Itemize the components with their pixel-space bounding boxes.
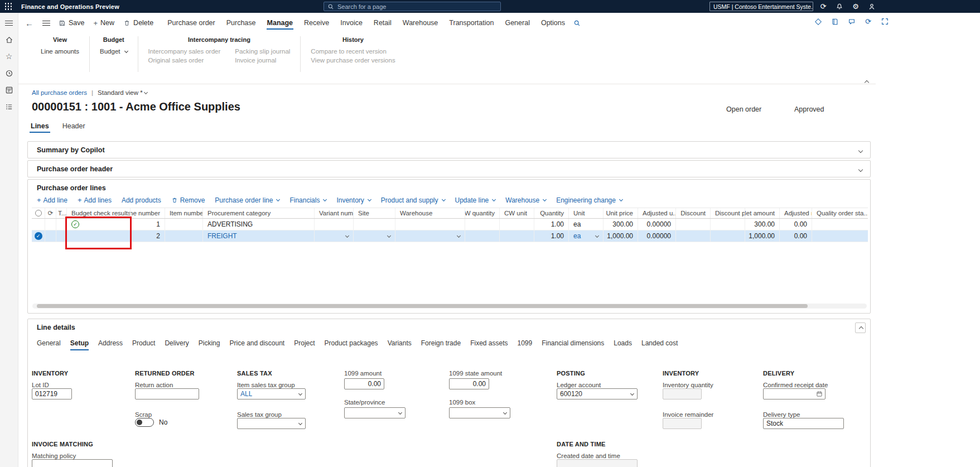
quality-order-status-column-header[interactable]: Quality order sta...⋮ — [812, 208, 868, 218]
delete-button[interactable]: Delete — [123, 19, 153, 27]
cell-procurement-category[interactable]: FREIGHT — [203, 230, 315, 242]
detail-tab-picking[interactable]: Picking — [199, 339, 220, 350]
cell-unit-price[interactable]: 300.00 — [604, 219, 638, 230]
grid-row-2[interactable]: ✓ 2 FREIGHT 1.00 ea 1,000.00 0.00000 1,0… — [32, 230, 868, 242]
cell-budget-check-results[interactable] — [67, 230, 131, 242]
grid-row-1[interactable]: ✓ 1 ADVERTISING 1.00 ea 300.00 0.00000 3… — [32, 219, 868, 230]
detail-tab-price-and-discount[interactable]: Price and discount — [229, 339, 284, 350]
horizontal-scrollbar[interactable] — [32, 304, 867, 309]
nav-recent-button[interactable] — [2, 67, 16, 79]
cell-budget-check-results[interactable]: ✓ — [67, 219, 131, 230]
nav-menu-button[interactable] — [2, 17, 16, 29]
search-input[interactable] — [337, 3, 497, 10]
detail-tab-landed-cost[interactable]: Landed cost — [641, 339, 678, 350]
invoice-remainder-input[interactable] — [663, 418, 702, 429]
variant-number-column-header[interactable]: Variant number — [315, 208, 354, 218]
type-column-header[interactable]: T... — [56, 208, 67, 218]
cell-cw-unit[interactable] — [500, 230, 534, 242]
adjusted-unit-price-column-header[interactable]: Adjusted u... — [638, 208, 676, 218]
task-guide-icon[interactable] — [830, 17, 839, 26]
environment-badge[interactable]: USMF | Contoso Entertainment Syste... — [709, 2, 813, 11]
cell-discount-percentage[interactable] — [711, 219, 745, 230]
menu-product-and-supply[interactable]: Product and supply — [381, 196, 445, 204]
cell-variant-number-combo[interactable] — [315, 230, 354, 242]
refresh-icon[interactable]: ⟳ — [863, 17, 873, 26]
purchase-order-header-section[interactable]: Purchase order header — [27, 160, 871, 177]
view-selector[interactable]: Standard view * — [98, 89, 147, 96]
state-province-combo[interactable] — [344, 407, 405, 418]
collapse-section-button[interactable] — [855, 322, 866, 333]
sales-tax-group-combo[interactable] — [237, 418, 306, 429]
lot-id-input[interactable] — [32, 388, 72, 399]
invoice-journal-button[interactable]: Invoice journal — [235, 57, 290, 64]
menu-purchase-order-line[interactable]: Purchase order line — [215, 196, 279, 204]
cell-discount[interactable] — [676, 219, 711, 230]
detail-tab-loads[interactable]: Loads — [614, 339, 632, 350]
cell-site[interactable] — [354, 219, 395, 230]
menu-financials[interactable]: Financials — [289, 196, 326, 204]
back-button[interactable]: ← — [25, 18, 33, 28]
menu-update-line[interactable]: Update line — [455, 196, 496, 204]
cell-cw-unit[interactable] — [500, 219, 534, 230]
matching-policy-input[interactable] — [32, 459, 113, 467]
detail-tab-financial-dimensions[interactable]: Financial dimensions — [542, 339, 604, 350]
cell-procurement-category[interactable]: ADVERTISING — [203, 219, 315, 230]
detail-tab-address[interactable]: Address — [98, 339, 123, 350]
discount-percentage-column-header[interactable]: Discount p... — [711, 208, 745, 218]
quantity-column-header[interactable]: Quantity — [534, 208, 569, 218]
nav-favorites-button[interactable]: ☆ — [2, 50, 16, 62]
remove-button[interactable]: Remove — [171, 196, 205, 204]
view-purchase-order-versions-button[interactable]: View purchase order versions — [311, 57, 395, 64]
new-button[interactable]: + New — [94, 19, 115, 27]
breadcrumb-all-purchase-orders[interactable]: All purchase orders — [32, 89, 87, 96]
cell-cw-quantity[interactable] — [465, 230, 500, 242]
menu-warehouse[interactable]: Warehouse — [505, 196, 546, 204]
cell-quality-order-status[interactable] — [812, 219, 868, 230]
detail-tab-fixed-assets[interactable]: Fixed assets — [470, 339, 508, 350]
cell-type[interactable] — [56, 230, 67, 242]
box-1099-combo[interactable] — [449, 407, 510, 418]
amount-1099-input[interactable] — [344, 378, 384, 389]
detail-tab-delivery[interactable]: Delivery — [165, 339, 189, 350]
unit-price-column-header[interactable]: Unit price — [604, 208, 638, 218]
detail-tab-product[interactable]: Product — [132, 339, 155, 350]
account-icon[interactable] — [867, 2, 876, 11]
state-amount-1099-input[interactable] — [449, 378, 489, 389]
cell-unit-price[interactable]: 1,000.00 — [604, 230, 638, 242]
budget-check-results-column-header[interactable]: Budget check results — [67, 208, 131, 218]
cell-discount-percentage[interactable] — [711, 230, 745, 242]
nav-home-button[interactable] — [2, 33, 16, 46]
cell-row-select[interactable] — [32, 219, 45, 230]
cell-line-number[interactable]: 2 — [131, 230, 165, 242]
detail-tab-product-packages[interactable]: Product packages — [325, 339, 378, 350]
cell-item-number[interactable] — [165, 219, 203, 230]
item-sales-tax-group-combo[interactable]: ALL — [237, 388, 306, 399]
ledger-account-combo[interactable]: 600120 — [557, 388, 638, 399]
add-lines-button[interactable]: +Add lines — [78, 196, 112, 204]
site-column-header[interactable]: Site — [354, 208, 395, 218]
horizontal-scrollbar-thumb[interactable] — [37, 304, 808, 308]
tab-warehouse[interactable]: Warehouse — [402, 13, 438, 32]
warehouse-column-header[interactable]: Warehouse — [395, 208, 465, 218]
page-search-box[interactable] — [324, 2, 501, 11]
expand-section-button[interactable] — [857, 147, 862, 155]
adjusted-net-amount-column-header[interactable]: Adjusted n... — [780, 208, 812, 218]
cell-adjusted-unit-price[interactable]: 0.00000 — [638, 219, 676, 230]
tab-retail[interactable]: Retail — [373, 13, 392, 32]
cell-quantity[interactable]: 1.00 — [534, 230, 569, 242]
sync-icon[interactable]: ⟳ — [819, 2, 828, 11]
cell-line-number[interactable]: 1 — [131, 219, 165, 230]
cell-discount[interactable] — [676, 230, 711, 242]
packing-slip-journal-button[interactable]: Packing slip journal — [235, 48, 290, 55]
cw-unit-column-header[interactable]: CW unit — [500, 208, 534, 218]
commandbar-search-icon[interactable] — [573, 20, 581, 27]
discount-column-header[interactable]: Discount — [676, 208, 711, 218]
cell-warehouse[interactable] — [395, 219, 465, 230]
app-launcher-button[interactable] — [0, 0, 17, 13]
cell-cw-quantity[interactable] — [465, 219, 500, 230]
tab-header[interactable]: Header — [61, 121, 86, 134]
nav-forms-button[interactable] — [2, 84, 16, 96]
settings-gear-icon[interactable]: ⚙ — [851, 2, 860, 11]
tab-lines[interactable]: Lines — [30, 121, 50, 134]
tab-options[interactable]: Options — [540, 13, 566, 32]
